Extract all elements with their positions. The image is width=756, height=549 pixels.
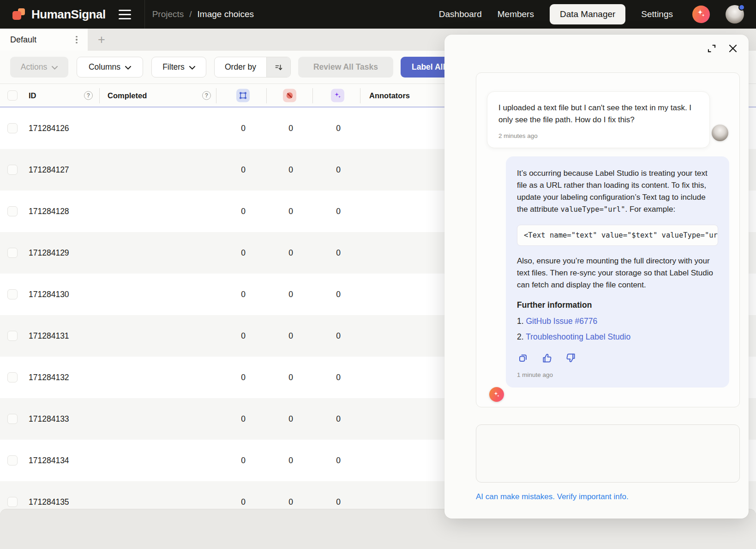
user-avatar[interactable] (726, 5, 744, 24)
chat-messages-container: I uploaded a text file but I can't see t… (476, 72, 740, 407)
copy-button[interactable] (517, 352, 529, 364)
row-checkbox[interactable] (7, 455, 18, 465)
cancelled-count: 0 (282, 331, 300, 341)
ai-message-bubble: It’s occurring because Label Studio is t… (506, 156, 729, 388)
thumbs-up-button[interactable] (541, 352, 553, 364)
row-checkbox[interactable] (7, 331, 18, 341)
row-checkbox[interactable] (7, 497, 18, 507)
add-tab-button[interactable]: + (93, 31, 110, 48)
nav-members[interactable]: Members (498, 9, 534, 19)
list-number: 1. (517, 316, 524, 326)
task-id: 171284135 (29, 497, 69, 507)
navbar-right: Dashboard Members Data Manager Settings (439, 4, 756, 24)
chevron-down-icon (125, 62, 131, 72)
ai-message-body: Also, ensure you’re mounting the full di… (517, 255, 718, 291)
notification-dot (738, 4, 745, 11)
reference-links-list: 1. GitHub Issue #6776 2. Troubleshooting… (517, 316, 718, 343)
close-panel-button[interactable] (726, 41, 740, 56)
predictions-count: 0 (329, 456, 348, 465)
order-by-label: Order by (215, 57, 266, 77)
annotations-count: 0 (234, 124, 252, 133)
column-header-id[interactable]: ID (29, 91, 36, 100)
row-checkbox[interactable] (7, 123, 18, 133)
predictions-count: 0 (329, 290, 348, 299)
sort-direction-icon[interactable] (266, 57, 290, 77)
column-divider[interactable] (216, 88, 216, 103)
cancelled-count: 0 (282, 207, 300, 216)
ai-assistant-panel: I uploaded a text file but I can't see t… (444, 35, 749, 519)
actions-dropdown[interactable]: Actions (10, 57, 68, 78)
cancelled-count: 0 (282, 497, 300, 507)
tab-options-kebab-icon[interactable] (72, 34, 81, 46)
expand-panel-button[interactable] (704, 41, 719, 56)
row-checkbox[interactable] (7, 289, 18, 299)
breadcrumb-projects[interactable]: Projects (152, 9, 184, 19)
task-id: 171284134 (29, 456, 69, 465)
code-block-text: <Text name="text" value="$text" valueTyp… (524, 231, 718, 239)
predictions-column-icon[interactable] (331, 89, 344, 102)
breadcrumb: Projects / Image choices (152, 9, 254, 19)
user-message-text: I uploaded a text file but I can't see t… (498, 102, 698, 126)
copy-icon (517, 352, 528, 364)
ai-disclaimer-link[interactable]: AI can make mistakes. Verify important i… (476, 492, 629, 501)
tab-default[interactable]: Default (0, 29, 88, 51)
filters-dropdown[interactable]: Filters (151, 57, 206, 78)
annotations-count: 0 (234, 414, 252, 424)
column-header-annotators[interactable]: Annotators (369, 91, 410, 100)
humansignal-logo[interactable]: HumanSignal (0, 7, 106, 22)
annotations-count: 0 (234, 248, 252, 258)
cancelled-count: 0 (282, 248, 300, 258)
task-id: 171284130 (29, 290, 69, 299)
nav-dashboard[interactable]: Dashboard (439, 9, 482, 19)
annotations-column-icon[interactable] (236, 89, 250, 102)
predictions-count: 0 (329, 373, 348, 382)
column-divider[interactable] (360, 88, 360, 103)
hamburger-menu-icon[interactable] (119, 7, 132, 21)
ai-assistant-button[interactable] (692, 6, 710, 23)
nav-data-manager-active[interactable]: Data Manager (550, 4, 625, 24)
cancelled-count: 0 (282, 165, 300, 175)
review-all-tasks-label: Review All Tasks (313, 62, 378, 72)
column-divider[interactable] (266, 88, 267, 103)
sparkles-icon (492, 390, 501, 399)
expand-icon (706, 42, 718, 54)
column-header-completed[interactable]: Completed (108, 91, 147, 100)
row-checkbox[interactable] (7, 372, 18, 382)
thumbs-down-button[interactable] (565, 352, 577, 364)
annotations-count: 0 (234, 497, 252, 507)
predictions-count: 0 (329, 124, 348, 133)
order-by-control[interactable]: Order by (214, 57, 291, 78)
task-id: 171284128 (29, 207, 69, 216)
navbar-divider (144, 0, 145, 29)
user-avatar (712, 125, 728, 141)
completed-help-icon[interactable]: ? (202, 91, 211, 100)
row-checkbox[interactable] (7, 206, 18, 216)
select-all-checkbox[interactable] (7, 90, 18, 101)
code-block[interactable]: <Text name="text" value="$text" valueTyp… (517, 225, 718, 246)
list-item: 1. GitHub Issue #6776 (517, 316, 718, 327)
predictions-count: 0 (329, 207, 348, 216)
cancelled-annotations-column-icon[interactable] (283, 89, 296, 102)
troubleshooting-link[interactable]: Troubleshooting Label Studio (526, 332, 630, 341)
id-help-icon[interactable]: ? (84, 91, 93, 100)
row-checkbox[interactable] (7, 165, 18, 175)
review-all-tasks-button[interactable]: Review All Tasks (298, 57, 393, 78)
github-issue-link[interactable]: GitHub Issue #6776 (526, 316, 597, 326)
column-divider[interactable] (99, 88, 100, 103)
message-actions (517, 352, 718, 364)
task-id: 171284131 (29, 331, 69, 341)
predictions-count: 0 (329, 331, 348, 341)
ai-message-timestamp: 1 minute ago (517, 371, 718, 378)
row-checkbox[interactable] (7, 414, 18, 424)
cancelled-count: 0 (282, 414, 300, 424)
chat-input[interactable] (476, 424, 740, 483)
row-checkbox[interactable] (7, 248, 18, 258)
columns-dropdown[interactable]: Columns (77, 57, 143, 78)
cancelled-count: 0 (282, 456, 300, 465)
column-divider[interactable] (312, 88, 313, 103)
nav-settings[interactable]: Settings (641, 9, 673, 19)
annotations-count: 0 (234, 331, 252, 341)
annotations-count: 0 (234, 373, 252, 382)
thumbs-down-icon (565, 352, 577, 364)
predictions-count: 0 (329, 414, 348, 424)
